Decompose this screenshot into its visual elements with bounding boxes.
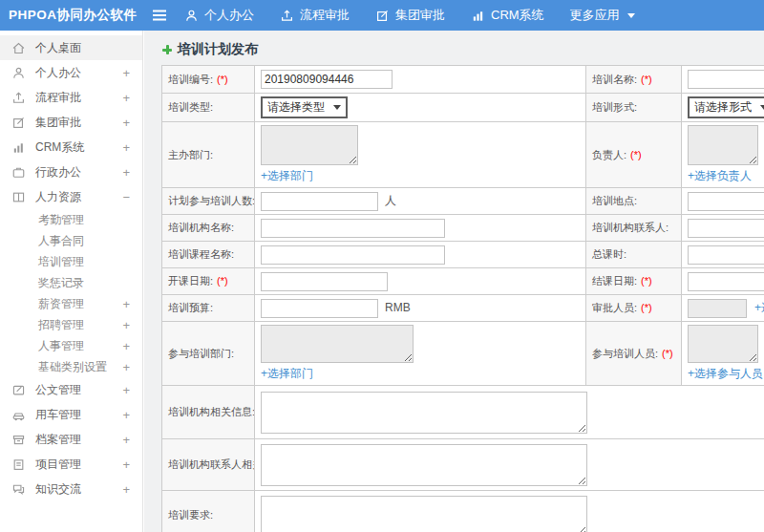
nav-more-apps[interactable]: 更多应用 xyxy=(570,7,635,24)
expand-indicator[interactable]: + xyxy=(122,66,130,80)
field-label: 培训编号: xyxy=(168,74,213,85)
expand-indicator[interactable]: + xyxy=(122,433,130,447)
expand-indicator[interactable]: + xyxy=(122,339,130,353)
sidebar-item-group-approval[interactable]: 集团审批 + xyxy=(0,110,142,135)
expand-indicator[interactable]: + xyxy=(122,318,130,332)
sidebar-item-label: 行政办公 xyxy=(35,164,81,181)
host-dept-textarea[interactable] xyxy=(261,125,358,165)
sidebar-item-human-resources[interactable]: 人力资源 − xyxy=(0,184,142,209)
training-mode-select[interactable]: 请选择形式 xyxy=(688,96,764,118)
sidebar-subitem-hr-contract[interactable]: 人事合同 xyxy=(0,230,142,251)
expand-indicator[interactable]: + xyxy=(122,297,130,311)
expand-indicator[interactable]: + xyxy=(122,360,130,374)
field-label: 参与培训部门: xyxy=(168,348,234,359)
sidebar-item-crm-system[interactable]: CRM系统 + xyxy=(0,135,142,160)
sidebar-item-label: 集团审批 xyxy=(35,115,81,131)
sidebar-item-workflow-approval[interactable]: 流程审批 + xyxy=(0,85,142,110)
sidebar-subitem-attendance[interactable]: 考勤管理 xyxy=(0,209,142,230)
field-label: 培训要求: xyxy=(168,509,213,521)
expand-indicator[interactable]: + xyxy=(122,482,130,497)
form-row: 培训要求: xyxy=(162,491,764,532)
sidebar-item-project-management[interactable]: 项目管理 + xyxy=(0,452,142,477)
training-type-select[interactable]: 请选择类型 xyxy=(261,96,348,118)
main-content: 培训计划发布 培训编号:(*) 培训名称:(*) 培训类型: 请选择类型 培训形… xyxy=(144,31,764,532)
expand-indicator[interactable]: − xyxy=(122,190,130,204)
org-name-input[interactable] xyxy=(261,219,445,238)
expand-indicator[interactable]: + xyxy=(122,408,130,422)
select-join-staff-link[interactable]: +选择参与人员 xyxy=(688,366,763,382)
nav-group-approval[interactable]: 集团审批 xyxy=(375,7,445,24)
expand-indicator[interactable]: + xyxy=(122,165,130,180)
training-require-textarea[interactable] xyxy=(261,496,587,532)
sidebar-item-label: 人力资源 xyxy=(35,189,81,205)
sidebar-item-knowledge-exchange[interactable]: 知识交流 + xyxy=(0,477,142,501)
form-row: 培训机构名称: 培训机构联系人: xyxy=(162,215,764,242)
hamburger-menu-icon[interactable] xyxy=(152,9,167,22)
sidebar-subitem-personnel[interactable]: 人事管理 + xyxy=(0,335,142,356)
expand-indicator[interactable]: + xyxy=(122,140,130,155)
sidebar-item-admin-office[interactable]: 行政办公 + xyxy=(0,160,142,184)
join-staff-textarea[interactable] xyxy=(688,325,758,363)
form-row: 培训预算: RMB 审批人员:(*) +选择审批人员 xyxy=(162,295,764,322)
training-name-input[interactable] xyxy=(688,70,764,89)
edit-icon xyxy=(375,9,390,23)
end-date-input[interactable] xyxy=(688,272,764,291)
expand-indicator[interactable]: + xyxy=(122,116,130,130)
total-hours-input[interactable] xyxy=(688,245,764,265)
page-title-text: 培训计划发布 xyxy=(178,41,258,58)
select-dept-link[interactable]: +选择部门 xyxy=(261,168,313,184)
expand-indicator[interactable]: + xyxy=(122,91,130,105)
unit-label: RMB xyxy=(385,301,411,314)
select-leader-link[interactable]: +选择负责人 xyxy=(688,168,752,184)
sidebar-subitem-salary[interactable]: 薪资管理 + xyxy=(0,293,142,314)
field-label: 计划参与培训人数: xyxy=(168,195,255,206)
sidebar-item-archive-management[interactable]: 档案管理 + xyxy=(0,427,142,452)
org-contact-info-textarea[interactable] xyxy=(261,444,587,486)
document-icon xyxy=(11,383,28,397)
sidebar-subitem-label: 薪资管理 xyxy=(38,296,84,312)
sidebar-subitem-label: 人事管理 xyxy=(38,338,84,354)
sidebar-item-vehicle-management[interactable]: 用车管理 + xyxy=(0,402,142,427)
sidebar-item-official-docs[interactable]: 公文管理 + xyxy=(0,377,142,402)
course-name-input[interactable] xyxy=(261,245,445,265)
caret-down-icon xyxy=(333,105,341,110)
training-no-input[interactable] xyxy=(261,70,393,89)
edit-icon xyxy=(11,116,28,130)
field-label: 参与培训人员: xyxy=(592,348,658,359)
select-join-dept-link[interactable]: +选择部门 xyxy=(261,366,313,382)
field-label: 培训机构联系人相关信息: xyxy=(168,458,255,470)
nav-label: 更多应用 xyxy=(570,7,620,24)
start-date-input[interactable] xyxy=(261,272,388,291)
join-dept-textarea[interactable] xyxy=(261,325,414,363)
budget-input[interactable] xyxy=(261,299,378,318)
expand-indicator[interactable]: + xyxy=(122,458,130,472)
field-label: 培训预算: xyxy=(168,302,213,313)
sidebar-item-personal-office[interactable]: 个人办公 + xyxy=(0,60,142,85)
sidebar-navigation: 个人桌面 个人办公 + 流程审批 + 集团审批 + CRM系统 + 行政办公 + xyxy=(0,31,143,532)
expand-indicator[interactable]: + xyxy=(122,383,130,397)
sidebar-subitem-label: 考勤管理 xyxy=(38,212,84,228)
field-label: 培训名称: xyxy=(592,74,637,85)
approver-input[interactable] xyxy=(688,299,747,318)
select-approver-link[interactable]: +选择审批人员 xyxy=(754,301,764,314)
leader-textarea[interactable] xyxy=(688,125,758,165)
select-value: 请选择形式 xyxy=(694,99,752,116)
field-label: 负责人: xyxy=(592,149,626,160)
training-place-input[interactable] xyxy=(688,192,764,211)
sidebar-item-label: 个人桌面 xyxy=(35,40,81,56)
required-mark: (*) xyxy=(641,275,652,287)
org-info-textarea[interactable] xyxy=(261,392,587,434)
participant-count-input[interactable] xyxy=(261,192,378,211)
required-mark: (*) xyxy=(217,275,228,287)
nav-personal-office[interactable]: 个人办公 xyxy=(184,7,254,24)
nav-crm-system[interactable]: CRM系统 xyxy=(471,7,544,24)
nav-workflow-approval[interactable]: 流程审批 xyxy=(280,7,350,24)
org-contact-input[interactable] xyxy=(688,219,764,238)
caret-down-icon xyxy=(760,105,764,110)
sidebar-subitem-reward-record[interactable]: 奖惩记录 xyxy=(0,272,142,293)
sidebar-subitem-base-category[interactable]: 基础类别设置 + xyxy=(0,356,142,377)
sidebar-subitem-training[interactable]: 培训管理 xyxy=(0,251,142,272)
sidebar-subitem-recruitment[interactable]: 招聘管理 + xyxy=(0,314,142,335)
field-label: 培训机构相关信息: xyxy=(168,406,255,417)
sidebar-item-personal-desktop[interactable]: 个人桌面 xyxy=(0,35,142,60)
